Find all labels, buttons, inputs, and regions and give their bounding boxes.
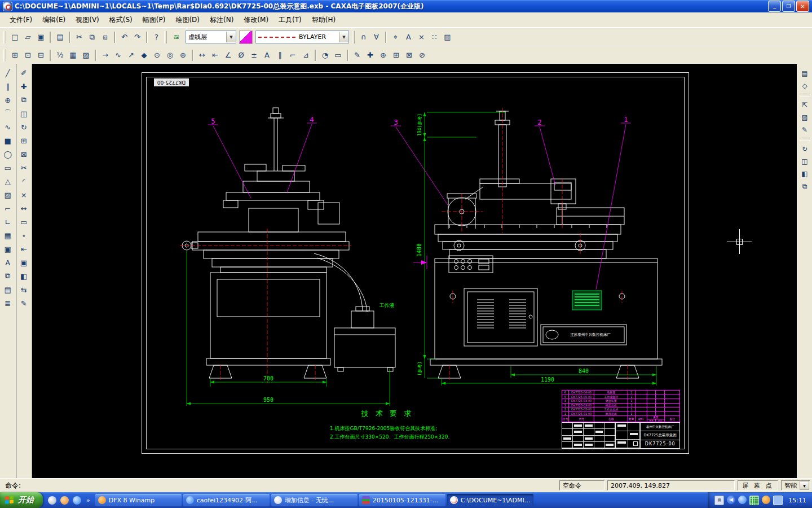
erase-tool[interactable]: ✐ xyxy=(17,66,30,80)
copy-paste-tool[interactable]: ⧉ xyxy=(17,93,30,107)
view-manager-icon[interactable]: ▤ xyxy=(798,67,811,80)
washer-icon[interactable]: ◎ xyxy=(164,49,176,62)
taskbar-button[interactable]: C:\DOCUME~1\ADMI... xyxy=(447,494,533,506)
arrow-line-icon[interactable]: → xyxy=(99,49,112,62)
collapse-chevron-icon[interactable]: ◀ xyxy=(727,496,735,504)
polygon-tool[interactable]: △ xyxy=(1,174,15,188)
move-tool[interactable]: ✚ xyxy=(17,80,30,93)
menu-item[interactable]: 帮助(H) xyxy=(307,14,341,27)
wangwang-tray-icon[interactable] xyxy=(738,496,747,504)
menu-item[interactable]: 编辑(E) xyxy=(37,14,70,27)
quick-launch-overflow-chevron[interactable]: » xyxy=(86,497,92,504)
table-icon[interactable]: ▦ xyxy=(67,49,80,62)
text-recognize-icon[interactable]: A xyxy=(402,30,415,43)
zoom-in-icon[interactable]: ⊕ xyxy=(377,49,390,62)
property-brush-tool[interactable]: ✎ xyxy=(17,296,30,310)
circle-mark-icon[interactable]: ⊙ xyxy=(151,49,164,62)
redo-icon[interactable]: ↷ xyxy=(131,30,144,43)
chamfer-tool[interactable]: ⌐ xyxy=(1,202,15,215)
circle-tool[interactable]: ⊕ xyxy=(1,93,15,107)
chevron-down-icon[interactable]: ▼ xyxy=(226,32,236,42)
browser-quick-icon[interactable] xyxy=(73,496,81,505)
datum-point-icon[interactable]: ◆ xyxy=(138,49,151,62)
toolbar-grip[interactable] xyxy=(352,31,355,43)
layer-select[interactable]: 虚线层 ▼ xyxy=(186,30,236,43)
trace-line-icon[interactable]: ∩ xyxy=(357,30,370,43)
pan-icon[interactable]: ✚ xyxy=(364,49,377,62)
crop-tool[interactable]: ⊠ xyxy=(17,147,30,161)
wave-line-icon[interactable]: ∿ xyxy=(112,49,125,62)
winamp-tray-icon[interactable] xyxy=(762,496,770,504)
menu-item[interactable]: 格式(S) xyxy=(104,14,138,27)
taskbar-clock[interactable]: 15:11 xyxy=(785,497,806,504)
linetype-select[interactable]: BYLAYER ▼ xyxy=(255,30,349,43)
trace-node-icon[interactable]: ∀ xyxy=(370,30,383,43)
paste-icon[interactable]: ⧈ xyxy=(99,30,112,43)
layer-change-tool[interactable]: ◧ xyxy=(17,269,30,283)
zoom-all-icon[interactable]: ⊞ xyxy=(8,49,21,62)
leader-icon[interactable]: ↗ xyxy=(125,49,138,62)
arc-tool[interactable]: ⌒ xyxy=(1,107,15,120)
tolerance-dim-icon[interactable]: ± xyxy=(248,49,261,62)
wangwang-quick-icon[interactable] xyxy=(60,496,69,505)
line-tool[interactable]: ╱ xyxy=(1,66,15,80)
array-tool[interactable]: ⊞ xyxy=(17,134,30,147)
solid-fill-tool[interactable]: ■ xyxy=(1,134,15,147)
right-angle-tool[interactable]: ∟ xyxy=(1,215,15,229)
toolbar-grip[interactable] xyxy=(3,31,6,43)
sheet-edit-icon[interactable]: ✎ xyxy=(798,124,811,136)
section-view-icon[interactable]: ◧ xyxy=(798,168,811,180)
taskbar-button[interactable]: DFX 8 Winamp xyxy=(95,494,182,506)
show-desktop-icon[interactable] xyxy=(48,496,56,505)
copy-icon[interactable]: ⧉ xyxy=(86,30,99,43)
taskbar-button[interactable]: 20150105-121331-... xyxy=(359,494,445,506)
minimize-button[interactable] xyxy=(768,1,781,12)
parallel-tool[interactable]: ∥ xyxy=(1,80,15,93)
save-icon[interactable]: ▣ xyxy=(34,30,47,43)
solid-3d-icon[interactable]: ◇ xyxy=(798,80,811,92)
scatter-points-icon[interactable]: ∷ xyxy=(428,30,441,43)
close-button[interactable] xyxy=(796,1,809,12)
dim-edit-tool[interactable]: ⇆ xyxy=(17,283,30,296)
text-dim-icon[interactable]: A xyxy=(261,49,273,62)
make-block-tool[interactable]: ▣ xyxy=(17,256,30,269)
network-tray-icon[interactable] xyxy=(773,496,783,505)
align-tool[interactable]: ⇤ xyxy=(17,242,30,256)
center-mark-icon[interactable]: ⊕ xyxy=(176,49,189,62)
hatch-tool[interactable]: ▨ xyxy=(1,188,15,202)
menu-item[interactable]: 视图(V) xyxy=(70,14,104,27)
ruler-icon[interactable]: ▭ xyxy=(332,49,345,62)
rotate-tool[interactable]: ↻ xyxy=(17,120,30,134)
layer-manager-icon[interactable]: ≋ xyxy=(170,31,183,43)
stamp-tool[interactable]: ▣ xyxy=(1,242,15,256)
color-picker-icon[interactable] xyxy=(239,30,253,44)
library-manage-tool[interactable]: ≣ xyxy=(1,296,15,310)
ellipse-tool[interactable]: ◯ xyxy=(1,147,15,161)
render-icon[interactable]: ▨ xyxy=(798,111,811,124)
text-tool[interactable]: A xyxy=(1,256,15,269)
zoom-prev-icon[interactable]: ⊞ xyxy=(390,49,403,62)
rotate-view-icon[interactable]: ↻ xyxy=(798,143,811,155)
library-tool[interactable]: ▤ xyxy=(1,283,15,296)
grid-tool[interactable]: ▦ xyxy=(1,229,15,242)
raster-page-icon[interactable]: ▥ xyxy=(441,30,454,43)
trim-tool[interactable]: ✂ xyxy=(17,161,30,174)
frame-tool[interactable]: ▭ xyxy=(17,215,30,229)
pick-point-icon[interactable]: ⌖ xyxy=(389,30,402,43)
zoom-out-icon[interactable]: ⊠ xyxy=(403,49,416,62)
rectangle-tool[interactable]: ▭ xyxy=(1,161,15,174)
menu-item[interactable]: 标注(N) xyxy=(205,14,239,27)
linear-dim-icon[interactable]: ↔ xyxy=(196,49,209,62)
keyboard-tray-icon[interactable]: ▤ xyxy=(714,496,724,505)
mirror-tool[interactable]: ◫ xyxy=(17,107,30,120)
menu-item[interactable]: 幅面(P) xyxy=(138,14,171,27)
taskbar-button[interactable]: caofei1234902-阿... xyxy=(183,494,270,506)
chevron-down-icon[interactable]: ▼ xyxy=(339,32,348,42)
title-bar[interactable]: C:\DOCUME~1\ADMINI~1\LOCALS~1\Temp\Rar$D… xyxy=(0,0,812,12)
toolbar-grip[interactable] xyxy=(164,31,167,43)
chevron-down-icon[interactable]: ▼ xyxy=(800,481,809,490)
ole-paste-icon[interactable]: ⇱ xyxy=(798,99,811,111)
cut-icon[interactable]: ✂ xyxy=(73,30,86,43)
toolbar-grip[interactable] xyxy=(3,49,6,62)
undo-icon[interactable]: ↶ xyxy=(118,30,131,43)
